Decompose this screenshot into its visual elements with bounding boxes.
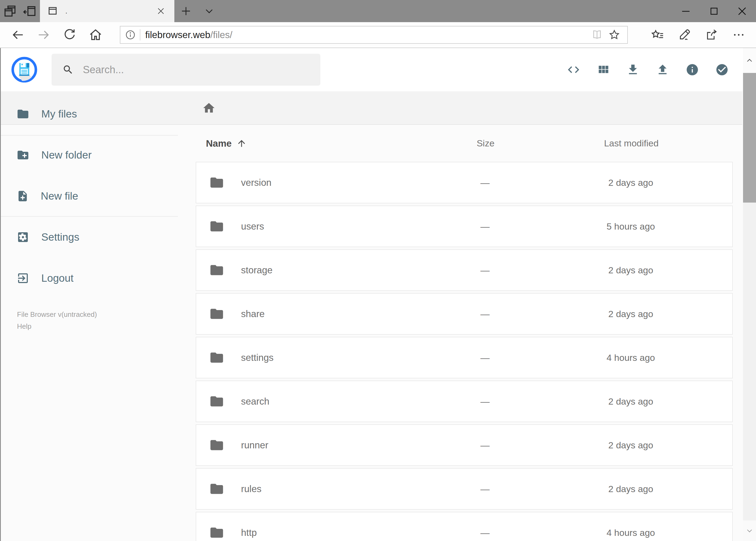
sidebar-item-label: My files [41, 108, 77, 120]
search-input[interactable]: Search... [52, 54, 320, 86]
url-input[interactable]: filebrowser.web/files/ [120, 26, 628, 44]
close-button[interactable] [728, 0, 756, 22]
sidebar-divider [1, 216, 178, 217]
upload-icon[interactable] [656, 63, 669, 76]
file-size: — [431, 484, 539, 494]
app-header-actions [567, 63, 755, 76]
forward-icon[interactable] [31, 24, 57, 46]
sidebar-item-label: New file [41, 190, 78, 202]
info-icon[interactable] [685, 63, 699, 76]
file-row-users[interactable]: users — 5 hours ago [196, 206, 733, 247]
listing-rows: version — 2 days ago users — 5 hours ago [196, 162, 733, 541]
listing-header: Name Size Last modified [196, 125, 733, 162]
home-breadcrumb-icon[interactable] [202, 101, 216, 115]
sidebar-item-settings[interactable]: Settings [1, 226, 196, 248]
browser-window: . [0, 0, 756, 541]
back-icon[interactable] [5, 24, 31, 46]
filebrowser-logo [11, 56, 38, 83]
scroll-up-icon[interactable] [743, 48, 756, 73]
column-header-name[interactable]: Name [196, 138, 431, 149]
file-name: version [241, 177, 431, 188]
file-modified: 2 days ago [539, 309, 722, 319]
file-row-version[interactable]: version — 2 days ago [196, 162, 733, 204]
breadcrumb [196, 91, 733, 125]
sidebar: My files New folder New file [1, 91, 196, 541]
tab-preview-icon[interactable] [0, 0, 20, 22]
file-modified: 2 days ago [539, 265, 722, 275]
code-view-icon[interactable] [567, 63, 580, 76]
folder-icon [196, 306, 241, 321]
share-icon[interactable] [699, 24, 724, 46]
folder-icon [196, 263, 241, 277]
column-header-size[interactable]: Size [431, 138, 540, 149]
set-tabs-aside-icon[interactable] [20, 0, 40, 22]
grid-view-icon[interactable] [597, 63, 610, 76]
filebrowser-app: Search... [0, 48, 756, 541]
column-header-modified[interactable]: Last modified [540, 138, 723, 149]
folder-icon [196, 481, 241, 496]
file-size: — [431, 352, 539, 363]
file-row-storage[interactable]: storage — 2 days ago [196, 249, 733, 291]
folder-icon [196, 219, 241, 234]
file-modified: 2 days ago [539, 484, 722, 494]
file-size: — [431, 221, 539, 232]
sidebar-item-my-files[interactable]: My files [1, 103, 196, 125]
file-row-search[interactable]: search — 2 days ago [196, 380, 733, 422]
file-size: — [431, 396, 539, 407]
maximize-button[interactable] [700, 0, 728, 22]
file-name: settings [241, 352, 431, 363]
browser-tab[interactable]: . [40, 0, 174, 22]
file-row-runner[interactable]: runner — 2 days ago [196, 424, 733, 466]
folder-icon [196, 394, 241, 409]
tab-close-icon[interactable] [154, 5, 167, 18]
sidebar-item-new-folder[interactable]: New folder [1, 144, 196, 166]
hub-favorites-icon[interactable] [645, 24, 670, 46]
favorite-star-icon[interactable] [606, 27, 623, 42]
file-row-http[interactable]: http — 4 hours ago [196, 512, 733, 541]
scroll-down-icon[interactable] [743, 520, 756, 541]
app-version: File Browser v(untracked) [17, 308, 196, 320]
file-listing: Name Size Last modified v [196, 91, 755, 541]
url-text: filebrowser.web/files/ [145, 29, 589, 40]
browser-addressbar: filebrowser.web/files/ [0, 22, 756, 48]
home-nav-icon[interactable] [83, 24, 109, 46]
sidebar-divider [1, 135, 178, 136]
file-modified: 2 days ago [539, 178, 722, 188]
file-size: — [431, 178, 539, 188]
file-name: users [241, 221, 431, 232]
help-link[interactable]: Help [17, 320, 196, 332]
file-row-settings[interactable]: settings — 4 hours ago [196, 337, 733, 378]
minimize-button[interactable] [672, 0, 700, 22]
refresh-icon[interactable] [57, 24, 83, 46]
sidebar-item-new-file[interactable]: New file [1, 185, 196, 207]
sort-ascending-icon [236, 138, 247, 149]
tab-list-chevron-icon[interactable] [197, 0, 221, 22]
scrollbar-thumb[interactable] [743, 73, 756, 203]
download-icon[interactable] [626, 63, 640, 76]
folder-icon [196, 437, 241, 453]
reading-view-icon[interactable] [589, 27, 606, 42]
sidebar-item-label: Settings [41, 231, 79, 243]
tab-title: . [65, 7, 147, 15]
folder-icon [16, 108, 29, 121]
app-header: Search... [1, 48, 755, 91]
ellipsis-menu-icon[interactable] [726, 24, 751, 46]
file-row-share[interactable]: share — 2 days ago [196, 293, 733, 335]
app-body: My files New folder New file [1, 91, 755, 541]
select-check-icon[interactable] [715, 63, 729, 76]
folder-icon [196, 175, 241, 190]
sidebar-item-logout[interactable]: Logout [1, 268, 196, 289]
file-modified: 4 hours ago [539, 527, 722, 538]
search-icon [62, 64, 74, 75]
site-info-icon[interactable] [125, 29, 136, 41]
titlebar-drag-area [221, 0, 672, 22]
new-tab-icon[interactable] [174, 0, 197, 22]
folder-icon [196, 525, 241, 540]
file-row-rules[interactable]: rules — 2 days ago [196, 468, 733, 510]
file-modified: 2 days ago [539, 440, 722, 450]
page-scrollbar[interactable] [743, 48, 756, 541]
web-notes-pen-icon[interactable] [672, 24, 697, 46]
browser-titlebar: . [0, 0, 756, 22]
file-size: — [431, 265, 539, 275]
search-placeholder: Search... [83, 64, 124, 76]
